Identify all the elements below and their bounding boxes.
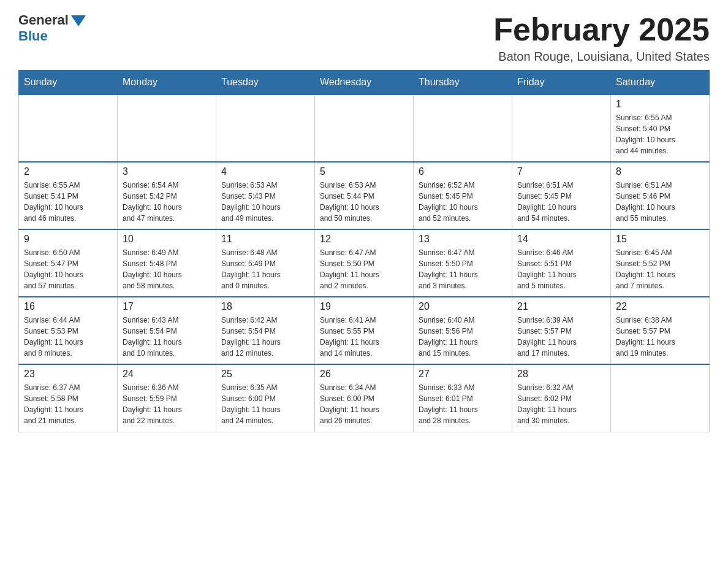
calendar-cell [414, 94, 512, 162]
logo: General Blue [18, 12, 86, 44]
day-number: 14 [517, 234, 605, 245]
calendar-cell: 19Sunrise: 6:41 AMSunset: 5:55 PMDayligh… [315, 297, 414, 364]
day-info: Sunrise: 6:37 AMSunset: 5:58 PMDaylight:… [24, 382, 112, 426]
day-number: 4 [221, 166, 309, 177]
weekday-header: Tuesday [216, 71, 315, 95]
day-info: Sunrise: 6:50 AMSunset: 5:47 PMDaylight:… [24, 247, 112, 291]
logo-blue-text: Blue [18, 28, 48, 44]
weekday-header: Thursday [414, 71, 512, 95]
calendar-cell [118, 94, 216, 162]
day-number: 19 [320, 301, 408, 312]
day-number: 17 [123, 301, 211, 312]
calendar-cell [216, 94, 315, 162]
calendar-cell: 4Sunrise: 6:53 AMSunset: 5:43 PMDaylight… [216, 162, 315, 229]
day-info: Sunrise: 6:45 AMSunset: 5:52 PMDaylight:… [616, 247, 704, 291]
day-number: 8 [616, 166, 704, 177]
weekday-header: Saturday [611, 71, 710, 95]
day-number: 7 [517, 166, 605, 177]
day-number: 3 [123, 166, 211, 177]
calendar-cell: 23Sunrise: 6:37 AMSunset: 5:58 PMDayligh… [19, 364, 118, 432]
day-number: 25 [221, 369, 309, 380]
day-info: Sunrise: 6:55 AMSunset: 5:41 PMDaylight:… [24, 180, 112, 224]
calendar-cell: 2Sunrise: 6:55 AMSunset: 5:41 PMDaylight… [19, 162, 118, 229]
calendar-cell [315, 94, 414, 162]
day-info: Sunrise: 6:51 AMSunset: 5:45 PMDaylight:… [517, 180, 605, 224]
day-number: 26 [320, 369, 408, 380]
calendar-cell: 13Sunrise: 6:47 AMSunset: 5:50 PMDayligh… [414, 229, 512, 297]
calendar-body: 1Sunrise: 6:55 AMSunset: 5:40 PMDaylight… [19, 94, 710, 432]
day-info: Sunrise: 6:52 AMSunset: 5:45 PMDaylight:… [419, 180, 507, 224]
day-number: 9 [24, 234, 112, 245]
calendar-cell: 7Sunrise: 6:51 AMSunset: 5:45 PMDaylight… [512, 162, 611, 229]
day-info: Sunrise: 6:42 AMSunset: 5:54 PMDaylight:… [221, 315, 309, 359]
day-info: Sunrise: 6:53 AMSunset: 5:43 PMDaylight:… [221, 180, 309, 224]
calendar-cell [512, 94, 611, 162]
day-info: Sunrise: 6:46 AMSunset: 5:51 PMDaylight:… [517, 247, 605, 291]
calendar-cell: 12Sunrise: 6:47 AMSunset: 5:50 PMDayligh… [315, 229, 414, 297]
day-number: 21 [517, 301, 605, 312]
day-info: Sunrise: 6:36 AMSunset: 5:59 PMDaylight:… [123, 382, 211, 426]
calendar-week-row: 23Sunrise: 6:37 AMSunset: 5:58 PMDayligh… [19, 364, 710, 432]
day-number: 2 [24, 166, 112, 177]
day-number: 24 [123, 369, 211, 380]
calendar-cell: 20Sunrise: 6:40 AMSunset: 5:56 PMDayligh… [414, 297, 512, 364]
calendar-cell: 26Sunrise: 6:34 AMSunset: 6:00 PMDayligh… [315, 364, 414, 432]
day-info: Sunrise: 6:40 AMSunset: 5:56 PMDaylight:… [419, 315, 507, 359]
day-info: Sunrise: 6:51 AMSunset: 5:46 PMDaylight:… [616, 180, 704, 224]
day-number: 20 [419, 301, 507, 312]
calendar-cell [611, 364, 710, 432]
day-number: 6 [419, 166, 507, 177]
day-number: 13 [419, 234, 507, 245]
day-info: Sunrise: 6:54 AMSunset: 5:42 PMDaylight:… [123, 180, 211, 224]
logo-triangle-icon [71, 15, 86, 26]
calendar-cell: 18Sunrise: 6:42 AMSunset: 5:54 PMDayligh… [216, 297, 315, 364]
calendar-cell: 14Sunrise: 6:46 AMSunset: 5:51 PMDayligh… [512, 229, 611, 297]
calendar-cell: 11Sunrise: 6:48 AMSunset: 5:49 PMDayligh… [216, 229, 315, 297]
calendar-cell: 16Sunrise: 6:44 AMSunset: 5:53 PMDayligh… [19, 297, 118, 364]
day-number: 18 [221, 301, 309, 312]
calendar-cell [19, 94, 118, 162]
day-info: Sunrise: 6:49 AMSunset: 5:48 PMDaylight:… [123, 247, 211, 291]
day-info: Sunrise: 6:39 AMSunset: 5:57 PMDaylight:… [517, 315, 605, 359]
day-info: Sunrise: 6:43 AMSunset: 5:54 PMDaylight:… [123, 315, 211, 359]
weekday-header: Wednesday [315, 71, 414, 95]
calendar-cell: 17Sunrise: 6:43 AMSunset: 5:54 PMDayligh… [118, 297, 216, 364]
calendar-cell: 15Sunrise: 6:45 AMSunset: 5:52 PMDayligh… [611, 229, 710, 297]
calendar-cell: 9Sunrise: 6:50 AMSunset: 5:47 PMDaylight… [19, 229, 118, 297]
calendar-cell: 5Sunrise: 6:53 AMSunset: 5:44 PMDaylight… [315, 162, 414, 229]
subtitle: Baton Rouge, Louisiana, United States [493, 50, 710, 64]
day-number: 16 [24, 301, 112, 312]
calendar-week-row: 16Sunrise: 6:44 AMSunset: 5:53 PMDayligh… [19, 297, 710, 364]
day-number: 1 [616, 99, 704, 110]
weekday-header: Sunday [19, 71, 118, 95]
calendar-cell: 6Sunrise: 6:52 AMSunset: 5:45 PMDaylight… [414, 162, 512, 229]
day-number: 15 [616, 234, 704, 245]
day-info: Sunrise: 6:48 AMSunset: 5:49 PMDaylight:… [221, 247, 309, 291]
calendar-cell: 10Sunrise: 6:49 AMSunset: 5:48 PMDayligh… [118, 229, 216, 297]
calendar-cell: 8Sunrise: 6:51 AMSunset: 5:46 PMDaylight… [611, 162, 710, 229]
day-info: Sunrise: 6:53 AMSunset: 5:44 PMDaylight:… [320, 180, 408, 224]
day-number: 12 [320, 234, 408, 245]
calendar-cell: 25Sunrise: 6:35 AMSunset: 6:00 PMDayligh… [216, 364, 315, 432]
calendar-cell: 21Sunrise: 6:39 AMSunset: 5:57 PMDayligh… [512, 297, 611, 364]
day-info: Sunrise: 6:47 AMSunset: 5:50 PMDaylight:… [320, 247, 408, 291]
day-number: 23 [24, 369, 112, 380]
title-section: February 2025 Baton Rouge, Louisiana, Un… [493, 12, 710, 64]
page-header: General Blue February 2025 Baton Rouge, … [18, 12, 710, 64]
weekday-row: SundayMondayTuesdayWednesdayThursdayFrid… [19, 71, 710, 95]
day-info: Sunrise: 6:38 AMSunset: 5:57 PMDaylight:… [616, 315, 704, 359]
main-title: February 2025 [493, 12, 710, 47]
calendar-table: SundayMondayTuesdayWednesdayThursdayFrid… [18, 70, 710, 432]
calendar-cell: 24Sunrise: 6:36 AMSunset: 5:59 PMDayligh… [118, 364, 216, 432]
weekday-header: Friday [512, 71, 611, 95]
day-info: Sunrise: 6:55 AMSunset: 5:40 PMDaylight:… [616, 112, 704, 156]
day-number: 27 [419, 369, 507, 380]
calendar-week-row: 2Sunrise: 6:55 AMSunset: 5:41 PMDaylight… [19, 162, 710, 229]
weekday-header: Monday [118, 71, 216, 95]
calendar-cell: 3Sunrise: 6:54 AMSunset: 5:42 PMDaylight… [118, 162, 216, 229]
day-info: Sunrise: 6:44 AMSunset: 5:53 PMDaylight:… [24, 315, 112, 359]
day-info: Sunrise: 6:47 AMSunset: 5:50 PMDaylight:… [419, 247, 507, 291]
calendar-cell: 28Sunrise: 6:32 AMSunset: 6:02 PMDayligh… [512, 364, 611, 432]
calendar-week-row: 1Sunrise: 6:55 AMSunset: 5:40 PMDaylight… [19, 94, 710, 162]
day-number: 22 [616, 301, 704, 312]
